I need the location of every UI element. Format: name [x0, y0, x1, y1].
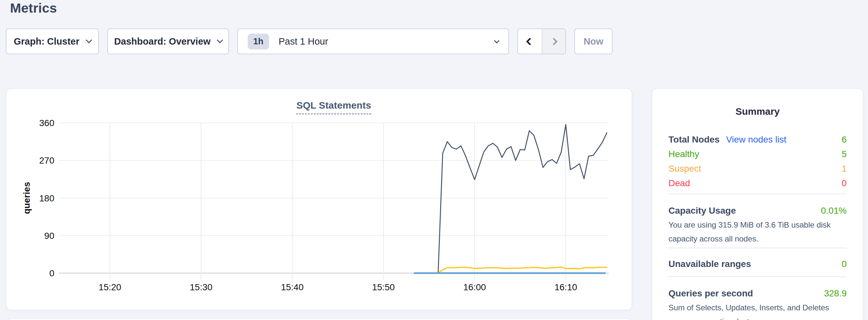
capacity-usage-description: You are using 315.9 MiB of 3.6 TiB usabl… [669, 218, 847, 246]
svg-text:15:20: 15:20 [99, 282, 121, 292]
summary-panel: Summary Total Nodes View nodes list 6 He… [652, 88, 864, 320]
time-range-label: Past 1 Hour [279, 36, 328, 47]
svg-text:90: 90 [44, 231, 54, 241]
now-button[interactable]: Now [575, 28, 613, 54]
metrics-toolbar: Graph: Cluster Dashboard: Overview 1h Pa… [6, 28, 613, 54]
divider [669, 248, 847, 248]
divider [669, 276, 847, 277]
prev-time-button[interactable] [518, 29, 542, 54]
capacity-usage-row: Capacity Usage 0.01% [669, 203, 847, 218]
svg-text:15:30: 15:30 [190, 282, 213, 292]
node-status-block: Total Nodes View nodes list 6 Healthy 5 … [669, 132, 847, 190]
svg-text:16:10: 16:10 [554, 282, 577, 292]
suspect-nodes-row: Suspect 1 [669, 161, 847, 176]
svg-text:0: 0 [49, 268, 54, 278]
unavailable-ranges-value: 0 [841, 259, 847, 269]
sql-statements-chart-card: SQL Statements 09018027036015:2015:3015:… [6, 88, 632, 310]
view-nodes-list-link[interactable]: View nodes list [726, 134, 786, 145]
dashboard-dropdown[interactable]: Dashboard: Overview [107, 28, 229, 54]
suspect-label: Suspect [669, 164, 701, 174]
dead-nodes-row: Dead 0 [669, 176, 847, 190]
time-range-badge: 1h [248, 34, 269, 50]
total-nodes-value: 6 [841, 134, 847, 145]
svg-text:270: 270 [39, 156, 54, 165]
divider [669, 194, 847, 194]
queries-per-second-row: Queries per second 328.9 [669, 286, 847, 300]
chevron-right-icon [550, 37, 558, 45]
healthy-label: Healthy [669, 149, 699, 159]
svg-text:180: 180 [39, 193, 54, 203]
chevron-down-icon [494, 38, 500, 44]
chevron-down-icon [86, 37, 92, 43]
queries-per-second-label: Queries per second [669, 288, 753, 299]
queries-per-second-description: Sum of Selects, Updates, Inserts, and De… [669, 300, 847, 320]
healthy-value: 5 [841, 149, 847, 159]
next-chart-card-sliver [6, 318, 632, 320]
svg-text:16:00: 16:00 [463, 282, 486, 292]
graph-scope-dropdown-label: Graph: Cluster [13, 36, 79, 47]
dead-label: Dead [669, 178, 690, 188]
chevron-down-icon [217, 37, 223, 43]
next-time-button-disabled[interactable] [542, 29, 565, 54]
healthy-nodes-row: Healthy 5 [669, 147, 847, 161]
svg-text:15:40: 15:40 [281, 282, 304, 292]
svg-text:queries: queries [22, 182, 32, 214]
total-nodes-row: Total Nodes View nodes list 6 [669, 132, 847, 147]
time-range-picker[interactable]: 1h Past 1 Hour [237, 28, 509, 54]
total-nodes-label: Total Nodes [669, 134, 719, 145]
time-step-button-group [518, 28, 566, 54]
graph-scope-dropdown[interactable]: Graph: Cluster [6, 28, 99, 54]
suspect-value: 1 [841, 164, 847, 174]
unavailable-ranges-row: Unavailable ranges 0 [669, 257, 847, 271]
unavailable-ranges-label: Unavailable ranges [669, 259, 751, 269]
svg-text:15:50: 15:50 [372, 282, 395, 292]
capacity-usage-value: 0.01% [821, 205, 847, 216]
summary-title: Summary [669, 89, 847, 117]
sql-statements-chart-canvas[interactable]: 09018027036015:2015:3015:4015:5016:0016:… [6, 89, 631, 310]
dead-value: 0 [841, 178, 847, 188]
queries-per-second-value: 328.9 [824, 288, 847, 299]
page-title: Metrics [10, 1, 57, 16]
svg-text:360: 360 [39, 118, 54, 128]
dashboard-dropdown-label: Dashboard: Overview [114, 36, 211, 47]
chevron-left-icon [526, 37, 534, 45]
capacity-usage-label: Capacity Usage [669, 205, 736, 216]
